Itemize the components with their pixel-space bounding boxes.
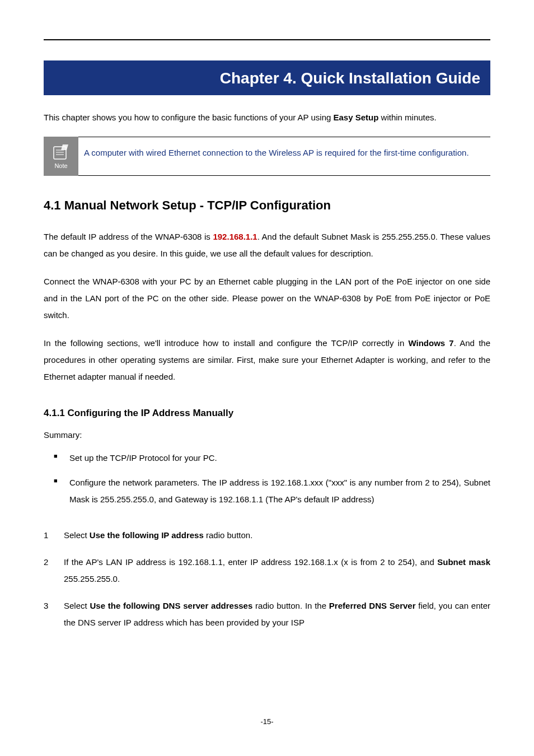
step-number: 1 — [44, 527, 51, 544]
intro-suffix: within minutes. — [378, 113, 436, 122]
step-1: 1 Select Use the following IP address ra… — [44, 527, 490, 544]
summary-label: Summary: — [44, 430, 490, 440]
intro-easy-setup: Easy Setup — [334, 113, 379, 122]
chapter-title: Chapter 4. Quick Installation Guide — [220, 69, 480, 87]
step-text: Select Use the following DNS server addr… — [64, 598, 490, 631]
section-4-1-heading: 4.1 Manual Network Setup - TCP/IP Config… — [44, 198, 490, 213]
step-text: Select Use the following IP address radi… — [64, 527, 490, 544]
section-4-1-1-heading: 4.1.1 Configuring the IP Address Manuall… — [44, 408, 490, 419]
windows-7: Windows 7 — [408, 338, 453, 348]
section-4-1-para-3: In the following sections, we'll introdu… — [44, 335, 490, 385]
document-page: Chapter 4. Quick Installation Guide This… — [0, 0, 534, 756]
p1-a: The default IP address of the WNAP-6308 … — [44, 232, 213, 241]
note-icon: Note — [44, 137, 78, 176]
step-3: 3 Select Use the following DNS server ad… — [44, 598, 490, 631]
top-horizontal-rule — [44, 39, 490, 40]
page-number: -15- — [260, 717, 273, 726]
use-following-dns: Use the following DNS server addresses — [90, 601, 253, 610]
step-2: 2 If the AP's LAN IP address is 192.168.… — [44, 554, 490, 587]
intro-paragraph: This chapter shows you how to configure … — [44, 111, 490, 124]
preferred-dns-server: Preferred DNS Server — [329, 601, 416, 610]
list-item: Set up the TCP/IP Protocol for your PC. — [69, 450, 490, 466]
note-block: Note A computer with wired Ethernet conn… — [44, 137, 490, 176]
step-number: 3 — [44, 598, 51, 631]
use-following-ip: Use the following IP address — [90, 530, 204, 540]
notepad-icon — [51, 143, 71, 160]
section-4-1-para-2: Connect the WNAP-6308 with your PC by an… — [44, 273, 490, 324]
p3-a: In the following sections, we'll introdu… — [44, 338, 408, 348]
summary-bullets: Set up the TCP/IP Protocol for your PC. … — [44, 450, 490, 508]
note-label: Note — [54, 162, 67, 169]
section-4-1-para-1: The default IP address of the WNAP-6308 … — [44, 228, 490, 262]
page-footer: -15- — [0, 717, 534, 726]
list-item: Configure the network parameters. The IP… — [69, 474, 490, 508]
intro-prefix: This chapter shows you how to configure … — [44, 113, 334, 122]
step-number: 2 — [44, 554, 51, 587]
steps-list: 1 Select Use the following IP address ra… — [44, 527, 490, 631]
chapter-banner: Chapter 4. Quick Installation Guide — [44, 60, 490, 95]
step-text: If the AP's LAN IP address is 192.168.1.… — [64, 554, 490, 587]
note-text: A computer with wired Ethernet connectio… — [78, 137, 490, 176]
subnet-mask: Subnet mask — [437, 557, 490, 567]
default-ip: 192.168.1.1 — [213, 232, 257, 241]
